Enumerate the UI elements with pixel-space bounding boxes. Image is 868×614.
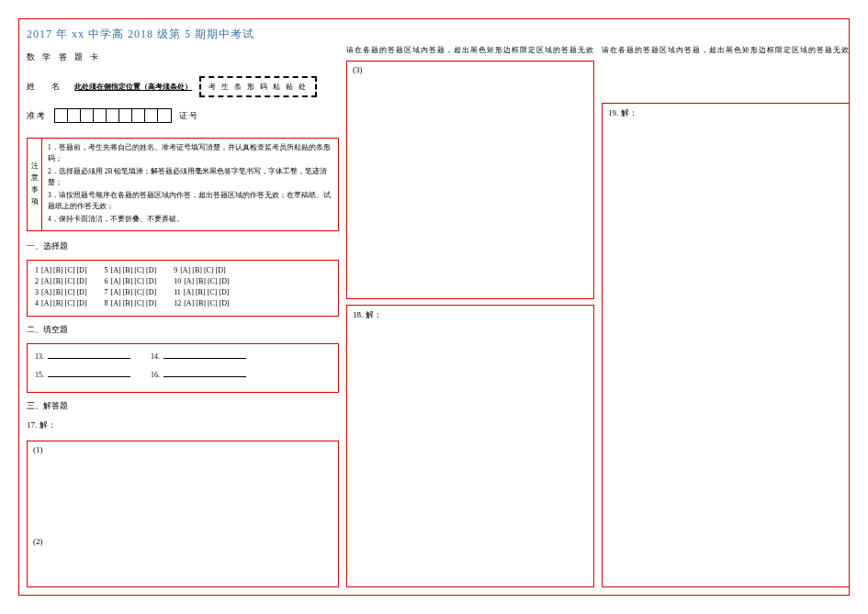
mc-bubble[interactable]: [C] [134, 277, 144, 285]
mc-bubble[interactable]: [A] [111, 288, 121, 296]
mc-columns: 1 [A][B][C][D]2 [A][B][C][D]3 [A][B][C][… [35, 266, 331, 310]
mc-bubble[interactable]: [C] [65, 277, 75, 285]
name-slot: 此处须在侧指定位置（高考须条处） [74, 82, 192, 92]
fill-item-13: 13. [35, 350, 130, 361]
exam-id-cell[interactable] [55, 109, 68, 122]
mc-bubble[interactable]: [A] [41, 266, 51, 274]
mc-bubble[interactable]: [D] [220, 299, 230, 307]
fill-line[interactable] [48, 350, 130, 359]
mc-bubble[interactable]: [C] [208, 277, 218, 285]
mc-bubble[interactable]: [B] [123, 299, 133, 307]
exam-id-cell[interactable] [81, 109, 94, 122]
section-mc-label: 一、选择题 [27, 240, 339, 252]
notice-item: 4．保持卡面清洁，不要折叠、不要弄破。 [48, 214, 333, 225]
q17-part3: (3) [353, 65, 588, 74]
mc-bubble[interactable]: [C] [65, 299, 75, 307]
mc-column: 9 [A][B][C][D]10 [A][B][C][D]11 [A][B][C… [174, 266, 231, 310]
fill-row: 15. 16. [35, 368, 331, 379]
mc-row: 2 [A][B][C][D] [35, 277, 88, 285]
mc-bubble[interactable]: [D] [220, 277, 230, 285]
exam-id-row: 准考 证号 [27, 108, 339, 123]
mc-row: 5 [A][B][C][D] [105, 266, 158, 274]
mc-bubble[interactable]: [B] [53, 277, 63, 285]
fill-block: 13. 14. 15. 16. [27, 343, 339, 393]
mc-bubble[interactable]: [B] [53, 288, 63, 296]
exam-id-grid[interactable] [54, 108, 172, 123]
mc-bubble[interactable]: [D] [216, 266, 226, 274]
mc-bubble[interactable]: [D] [76, 288, 86, 296]
fill-q-label: 13. [35, 352, 44, 361]
mc-bubble[interactable]: [C] [208, 288, 218, 296]
mc-bubble[interactable]: [A] [184, 299, 194, 307]
exam-id-cell[interactable] [119, 109, 132, 122]
fill-line[interactable] [163, 350, 246, 359]
column-2: 请在各题的答题区域内答题，超出黑色矩形边框限定区域的答题无效 (3) 18. 解… [346, 27, 594, 587]
mc-bubble[interactable]: [D] [146, 299, 156, 307]
mc-bubble[interactable]: [A] [111, 266, 121, 274]
mc-bubble[interactable]: [B] [53, 266, 63, 274]
exam-id-cell[interactable] [107, 109, 119, 122]
exam-id-cell[interactable] [132, 109, 145, 122]
mc-bubble[interactable]: [C] [134, 299, 144, 307]
mc-bubble[interactable]: [D] [219, 288, 229, 296]
fill-line[interactable] [48, 368, 130, 377]
notice-item: 3．请按照题号顺序在各题的答题区域内作答，超出答题区域的作答无效；在草稿纸、试题… [48, 190, 333, 212]
fill-q-label: 14. [151, 352, 160, 361]
fill-q-label: 15. [35, 371, 44, 379]
mc-bubble[interactable]: [B] [123, 266, 133, 274]
column-reminder: 请在各题的答题区域内答题，超出黑色矩形边框限定区域的答题无效 [602, 45, 850, 55]
mc-bubble[interactable]: [D] [146, 277, 156, 285]
mc-bubble[interactable]: [A] [111, 299, 121, 307]
mc-bubble[interactable]: [D] [76, 277, 86, 285]
mc-bubble[interactable]: [A] [184, 288, 194, 296]
mc-bubble[interactable]: [C] [204, 266, 214, 274]
mc-column: 5 [A][B][C][D]6 [A][B][C][D]7 [A][B][C][… [105, 266, 158, 310]
mc-bubble[interactable]: [A] [41, 277, 51, 285]
notice-block: 注 意 事 项 1．答题前，考生先将自己的姓名、准考证号填写清楚，并认真检查监考… [27, 138, 339, 231]
mc-row: 12 [A][B][C][D] [174, 299, 231, 307]
mc-bubble[interactable]: [A] [41, 299, 51, 307]
q18-box[interactable]: 18. 解： [346, 305, 594, 587]
q17-part1: (1) [33, 445, 333, 454]
mc-bubble[interactable]: [B] [196, 288, 206, 296]
notice-content: 1．答题前，考生先将自己的姓名、准考证号填写清楚，并认真检查监考员所粘贴的条形码… [42, 139, 338, 230]
mc-bubble[interactable]: [B] [123, 277, 133, 285]
exam-id-cell[interactable] [145, 109, 158, 122]
mc-bubble[interactable]: [B] [196, 277, 206, 285]
mc-bubble[interactable]: [D] [146, 266, 156, 274]
mc-bubble[interactable]: [D] [76, 266, 86, 274]
notice-side-label: 注 意 事 项 [28, 139, 42, 230]
q17-part2: (2) [33, 537, 333, 546]
q19-label: 19. 解： [608, 107, 843, 119]
notice-item: 2．选择题必须用 2B 铅笔填涂；解答题必须用毫米黑色签字笔书写，字体工整，笔迹… [48, 166, 333, 188]
q19-box[interactable]: 19. 解： [602, 103, 850, 587]
q18-label: 18. 解： [353, 309, 588, 321]
mc-bubble[interactable]: [D] [76, 299, 86, 307]
seat-label: 准考 [27, 110, 47, 122]
fill-row: 13. 14. [35, 350, 331, 361]
mc-bubble[interactable]: [D] [146, 288, 156, 296]
mc-row: 11 [A][B][C][D] [174, 288, 231, 296]
mc-bubble[interactable]: [B] [192, 266, 202, 274]
mc-bubble[interactable]: [A] [184, 277, 194, 285]
exam-id-cell[interactable] [68, 109, 81, 122]
mc-bubble[interactable]: [C] [134, 266, 144, 274]
mc-bubble[interactable]: [C] [65, 266, 75, 274]
fill-line[interactable] [163, 368, 246, 377]
mc-bubble[interactable]: [B] [53, 299, 63, 307]
q17-box[interactable]: (1) (2) [27, 441, 339, 587]
q17-part3-box[interactable]: (3) [346, 61, 594, 299]
mc-bubble[interactable]: [A] [41, 288, 51, 296]
mc-bubble[interactable]: [B] [123, 288, 133, 296]
mc-row: 10 [A][B][C][D] [174, 277, 231, 285]
exam-id-cell[interactable] [94, 109, 107, 122]
mc-bubble[interactable]: [C] [65, 288, 75, 296]
mc-bubble[interactable]: [A] [180, 266, 190, 274]
mc-bubble[interactable]: [A] [111, 277, 121, 285]
q17-label: 17. 解： [27, 419, 339, 431]
mc-bubble[interactable]: [B] [196, 299, 206, 307]
mc-bubble[interactable]: [C] [134, 288, 144, 296]
section-fill-label: 二、填空题 [27, 324, 339, 336]
exam-id-cell[interactable] [158, 109, 171, 122]
mc-bubble[interactable]: [C] [208, 299, 218, 307]
